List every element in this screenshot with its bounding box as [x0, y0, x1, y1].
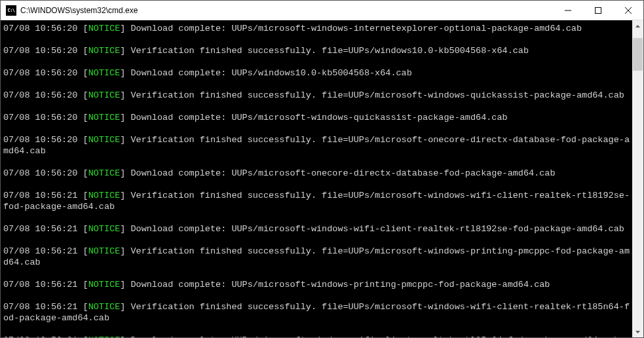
log-level: NOTICE — [88, 68, 121, 78]
log-timestamp: 07/08 10:56:20 — [3, 168, 83, 178]
minimize-icon — [565, 7, 571, 14]
log-line: 07/08 10:56:20 [NOTICE] Download complet… — [3, 168, 632, 179]
console-output[interactable]: 07/08 10:56:20 [NOTICE] Download complet… — [1, 20, 643, 337]
log-line: 07/08 10:56:21 [NOTICE] Download complet… — [3, 279, 632, 290]
log-line: 07/08 10:56:21 [NOTICE] Verification fin… — [3, 301, 632, 324]
window-titlebar[interactable]: C:\ C:\WINDOWS\system32\cmd.exe — [1, 1, 643, 20]
log-level: NOTICE — [88, 135, 121, 145]
log-level: NOTICE — [88, 246, 121, 256]
log-level: NOTICE — [88, 46, 121, 56]
log-line: 07/08 10:56:20 [NOTICE] Download complet… — [3, 23, 632, 34]
log-line: 07/08 10:56:21 [NOTICE] Verification fin… — [3, 246, 632, 268]
log-line: 07/08 10:56:21 [NOTICE] Verification fin… — [3, 190, 632, 212]
log-line: 07/08 10:56:21 [NOTICE] Download complet… — [3, 335, 632, 337]
maximize-icon — [595, 7, 601, 14]
log-timestamp: 07/08 10:56:20 — [3, 68, 83, 78]
scroll-up-button[interactable] — [632, 20, 643, 31]
log-message: Download complete: UUPs/microsoft-window… — [130, 224, 624, 234]
log-level: NOTICE — [88, 224, 121, 234]
log-timestamp: 07/08 10:56:21 — [3, 302, 83, 312]
log-message: Download complete: UUPs/microsoft-window… — [130, 24, 582, 33]
window-title: C:\WINDOWS\system32\cmd.exe — [20, 6, 553, 15]
log-message: Verification finished successfully. file… — [130, 90, 624, 100]
chevron-down-icon — [635, 331, 640, 333]
log-timestamp: 07/08 10:56:20 — [3, 24, 83, 33]
log-message: Download complete: UUPs/windows10.0-kb50… — [130, 68, 411, 78]
log-line: 07/08 10:56:20 [NOTICE] Verification fin… — [3, 134, 632, 157]
svg-rect-1 — [596, 7, 601, 13]
log-level: NOTICE — [88, 113, 121, 122]
log-line: 07/08 10:56:20 [NOTICE] Download complet… — [3, 112, 632, 123]
svg-marker-5 — [635, 331, 640, 333]
log-line: 07/08 10:56:20 [NOTICE] Verification fin… — [3, 90, 632, 101]
cmd-icon: C:\ — [6, 5, 16, 16]
log-timestamp: 07/08 10:56:20 — [3, 90, 83, 100]
log-level: NOTICE — [88, 168, 121, 178]
log-level: NOTICE — [88, 90, 121, 100]
log-message: Download complete: UUPs/microsoft-window… — [130, 280, 550, 290]
vertical-scrollbar[interactable] — [632, 20, 643, 337]
log-message: Download complete: UUPs/microsoft-onecor… — [130, 168, 555, 178]
log-line: 07/08 10:56:20 [NOTICE] Download complet… — [3, 67, 632, 79]
scroll-track[interactable] — [632, 31, 643, 326]
log-message: Verification finished successfully. file… — [130, 46, 529, 56]
log-timestamp: 07/08 10:56:21 — [3, 280, 83, 290]
minimize-button[interactable] — [553, 1, 583, 20]
log-timestamp: 07/08 10:56:20 — [3, 135, 83, 145]
close-icon — [625, 7, 632, 14]
maximize-button[interactable] — [583, 1, 613, 20]
console-area: 07/08 10:56:20 [NOTICE] Download complet… — [1, 20, 643, 337]
close-button[interactable] — [613, 1, 643, 20]
log-line: 07/08 10:56:20 [NOTICE] Verification fin… — [3, 45, 632, 56]
log-timestamp: 07/08 10:56:21 — [3, 224, 83, 234]
log-message: Download complete: UUPs/microsoft-window… — [130, 113, 507, 122]
log-timestamp: 07/08 10:56:21 — [3, 191, 83, 200]
log-level: NOTICE — [88, 335, 121, 337]
log-timestamp: 07/08 10:56:21 — [3, 335, 83, 337]
svg-marker-4 — [635, 25, 640, 28]
scroll-thumb[interactable] — [633, 38, 643, 71]
log-timestamp: 07/08 10:56:20 — [3, 46, 83, 56]
log-level: NOTICE — [88, 302, 121, 312]
log-level: NOTICE — [88, 24, 121, 33]
log-line: 07/08 10:56:21 [NOTICE] Download complet… — [3, 223, 632, 235]
window-controls — [553, 1, 643, 20]
chevron-up-icon — [635, 25, 640, 28]
log-level: NOTICE — [88, 191, 121, 200]
log-message: Download complete: UUPs/microsoft-window… — [130, 335, 618, 337]
log-level: NOTICE — [88, 280, 121, 290]
log-timestamp: 07/08 10:56:21 — [3, 246, 83, 256]
log-timestamp: 07/08 10:56:20 — [3, 113, 83, 122]
scroll-down-button[interactable] — [632, 326, 643, 337]
